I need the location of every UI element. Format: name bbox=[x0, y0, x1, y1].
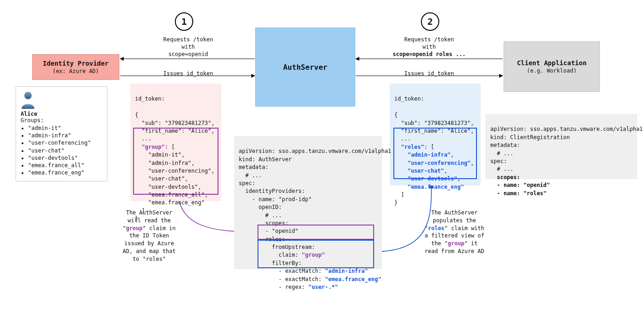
flow2-response-label: Issues id_token bbox=[383, 70, 475, 77]
list-item: "admin-it" bbox=[28, 124, 102, 132]
list-item: "user-chat" bbox=[28, 147, 102, 154]
list-item: "emea.france_eng" bbox=[28, 169, 102, 176]
group-claim-highlight bbox=[133, 128, 218, 195]
client-title: Client Application bbox=[517, 59, 587, 67]
list-item: "user-devtools" bbox=[28, 154, 102, 162]
user-card: Alice Groups: "admin-it" "admin-infra" "… bbox=[16, 86, 107, 181]
authserver-box: AuthServer bbox=[255, 28, 355, 107]
idp-title: Identity Provider bbox=[43, 60, 108, 67]
flow1-request-label: Requests /token with scope=openid bbox=[142, 36, 234, 58]
step-number: 2 bbox=[427, 16, 433, 27]
list-item: "admin-infra" bbox=[28, 132, 102, 139]
svg-point-4 bbox=[24, 92, 32, 99]
authserver-title: AuthServer bbox=[283, 63, 327, 72]
step-number: 1 bbox=[181, 16, 187, 27]
step-badge-2: 2 bbox=[421, 12, 439, 31]
user-avatar-icon bbox=[21, 90, 35, 109]
filter-by-highlight bbox=[258, 240, 374, 268]
user-name: Alice bbox=[21, 111, 102, 117]
roles-claim-highlight bbox=[393, 128, 477, 179]
from-upstream-highlight bbox=[258, 225, 374, 240]
clientregistration-yaml: apiVersion: sso.apps.tanzu.vmware.com/v1… bbox=[486, 114, 637, 179]
list-item: "emea.france_all" bbox=[28, 162, 102, 169]
scopes-label: scopes: bbox=[490, 174, 520, 180]
step-badge-1: 1 bbox=[175, 12, 193, 31]
explanation-roles-claim: The AuthServer populates the "roles" cla… bbox=[422, 209, 487, 255]
idp-subtitle: (ex: Azure AD) bbox=[52, 68, 99, 74]
flow1-response-label: Issues id_token bbox=[142, 70, 234, 77]
identity-provider-box: Identity Provider (ex: Azure AD) bbox=[32, 54, 119, 80]
explanation-group-claim: The AuthServer will read the "group" cla… bbox=[119, 209, 179, 263]
user-groups-list: "admin-it" "admin-infra" "user-conferenc… bbox=[21, 124, 102, 176]
client-subtitle: (e.g. Workload) bbox=[527, 68, 577, 74]
user-groups-label: Groups: bbox=[21, 117, 102, 124]
list-item: "user-conferencing" bbox=[28, 139, 102, 147]
client-application-box: Client Application (e.g. Workload) bbox=[504, 41, 600, 92]
flow2-request-label: Requests /token with scope=openid roles … bbox=[383, 36, 475, 58]
